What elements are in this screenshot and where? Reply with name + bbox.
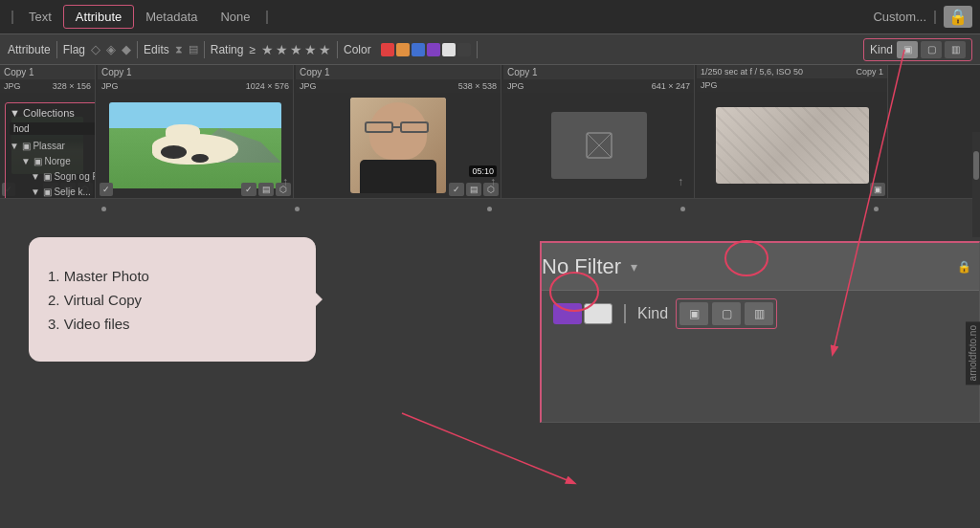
filter-sep-5 bbox=[477, 41, 478, 58]
film-cell-2-meta: JPG 1024 × 576 bbox=[98, 79, 293, 93]
film-cell-4-size: 641 × 247 bbox=[652, 81, 690, 91]
bottom-right-panel: No Filter ▾ 🔒 Kind ▣ ▢ ▥ bbox=[540, 241, 980, 423]
custom-button[interactable]: Custom... bbox=[873, 10, 926, 24]
film-cell-3-format: JPG bbox=[300, 81, 317, 91]
film-cell-2-corner[interactable]: ✓ bbox=[100, 183, 113, 196]
rating-stars: ★ ★ ★ ★ ★ bbox=[261, 42, 331, 57]
swatch-orange[interactable] bbox=[396, 43, 410, 56]
film-cell-2-icon-1[interactable]: ✓ bbox=[241, 183, 256, 196]
lock-icon[interactable]: 🔒 bbox=[944, 6, 972, 28]
film-cell-3-header: Copy 1 bbox=[296, 65, 501, 79]
scrollbar-thumb[interactable] bbox=[973, 151, 979, 180]
film-cell-5-image bbox=[716, 107, 869, 184]
film-cell-4-header: Copy 1 bbox=[503, 65, 694, 79]
film-cell-2[interactable]: Copy 1 JPG 1024 × 576 ✓ ▤ ⬡ ✓ bbox=[98, 65, 294, 198]
star-5[interactable]: ★ bbox=[319, 42, 331, 57]
dot-2 bbox=[295, 207, 300, 211]
tree-item-norge[interactable]: ▼ ▣ Norge bbox=[10, 154, 96, 169]
filter-bar: Attribute Flag ◇ ◈ ◆ Edits ⧗ ▤ Rating ≥ … bbox=[0, 34, 980, 65]
film-cell-1[interactable]: Copy 1 JPG 328 × 156 ▼ Collections + ⊗ ▼… bbox=[0, 65, 96, 198]
film-cell-4-meta: JPG 641 × 247 bbox=[503, 79, 694, 93]
rating-label: Rating bbox=[211, 43, 244, 56]
film-cell-2-body: ✓ ▤ ⬡ ✓ bbox=[98, 93, 293, 198]
star-2[interactable]: ★ bbox=[276, 42, 288, 57]
film-cell-5-info: 1/250 sec at f / 5,6, ISO 50 bbox=[701, 67, 803, 77]
swatch-purple[interactable] bbox=[427, 43, 440, 56]
kind-icon-film[interactable]: ▣ bbox=[897, 41, 918, 58]
kind-icons-bottom: ▣ ▢ ▥ bbox=[676, 298, 777, 329]
callout-item-1: 1. Master Photo bbox=[48, 268, 297, 284]
swatch-black[interactable] bbox=[457, 43, 471, 56]
film-cell-1-format: JPG bbox=[4, 81, 21, 91]
bottom-swatch-purple[interactable] bbox=[553, 303, 582, 324]
kind-label-bottom: Kind bbox=[637, 305, 668, 322]
bottom-swatch-white[interactable] bbox=[584, 303, 612, 324]
lock-gold-icon[interactable]: 🔒 bbox=[957, 260, 971, 274]
film-cell-5-meta: JPG bbox=[697, 78, 887, 92]
film-cell-3[interactable]: Copy 1 JPG 538 × 538 05:10 ✓ bbox=[296, 65, 501, 198]
star-4[interactable]: ★ bbox=[304, 42, 317, 57]
star-1[interactable]: ★ bbox=[261, 42, 274, 57]
tab-none[interactable]: None bbox=[209, 6, 261, 28]
kind-label: Kind bbox=[870, 43, 893, 56]
tree-item-sognog[interactable]: ▼ ▣ Sogn og Fj... bbox=[10, 169, 96, 185]
edits-icon[interactable]: ⧗ bbox=[175, 43, 183, 55]
film-cell-5-body: ▣ bbox=[697, 92, 887, 198]
swatch-red[interactable] bbox=[381, 43, 394, 56]
collections-title: ▼ Collections + bbox=[10, 107, 96, 119]
dot-4 bbox=[680, 207, 685, 211]
tab-attribute[interactable]: Attribute bbox=[63, 5, 134, 29]
film-cell-3-body: 05:10 ✓ ▤ ⬡ bbox=[296, 93, 501, 198]
film-cell-4-format: JPG bbox=[507, 81, 524, 91]
collections-search[interactable]: ⊗ bbox=[10, 122, 96, 135]
film-cell-3-title: Copy 1 bbox=[300, 67, 330, 77]
flag-icon-2[interactable]: ◈ bbox=[106, 42, 116, 56]
filter-sep-3 bbox=[204, 41, 205, 58]
swatch-blue[interactable] bbox=[412, 43, 425, 56]
film-cell-5-icon-1[interactable]: ▣ bbox=[870, 183, 885, 196]
film-cell-3-icon-2[interactable]: ▤ bbox=[466, 183, 481, 196]
filter-sep-4 bbox=[337, 41, 338, 58]
film-cell-5[interactable]: 1/250 sec at f / 5,6, ISO 50 Copy 1 JPG … bbox=[697, 65, 888, 198]
dot-5 bbox=[874, 207, 879, 211]
flag-icon-3[interactable]: ◆ bbox=[122, 42, 131, 56]
collections-search-input[interactable] bbox=[13, 123, 96, 134]
dot-3 bbox=[487, 207, 492, 211]
missing-image-icon bbox=[585, 131, 613, 160]
scroll-indicator-3: ↑ bbox=[490, 175, 496, 188]
tab-text[interactable]: Text bbox=[17, 6, 63, 28]
film-cell-4[interactable]: Copy 1 JPG 641 × 247 bbox=[503, 65, 695, 198]
filter-sep-1 bbox=[56, 41, 57, 58]
film-cell-2-header: Copy 1 bbox=[98, 65, 293, 79]
tab-separator-3 bbox=[934, 11, 936, 24]
kind-icon-bottom-film[interactable]: ▣ bbox=[679, 302, 708, 325]
kind-icon-video[interactable]: ▥ bbox=[945, 41, 966, 58]
no-filter-dropdown[interactable]: ▾ bbox=[631, 259, 637, 275]
tab-metadata[interactable]: Metadata bbox=[134, 6, 209, 28]
scroll-indicator-2: ↑ bbox=[282, 175, 288, 188]
edits-label: Edits bbox=[144, 43, 169, 56]
flag-icon-1[interactable]: ◇ bbox=[91, 42, 100, 56]
edits-icon-2[interactable]: ▤ bbox=[189, 43, 198, 55]
star-3[interactable]: ★ bbox=[290, 42, 302, 57]
film-cell-5-format: JPG bbox=[701, 80, 718, 90]
film-cell-1-title: Copy 1 bbox=[4, 67, 34, 77]
film-cell-3-icon-1[interactable]: ✓ bbox=[449, 183, 464, 196]
tree-item-selje[interactable]: ▼ ▣ Selje k... bbox=[10, 185, 96, 198]
kind-icon-bottom-photo[interactable]: ▢ bbox=[712, 302, 741, 325]
no-filter-bar: No Filter ▾ 🔒 bbox=[542, 243, 979, 291]
kind-icon-bottom-video[interactable]: ▥ bbox=[745, 302, 773, 325]
swatch-white[interactable] bbox=[442, 43, 456, 56]
film-cell-1-header: Copy 1 bbox=[0, 65, 95, 79]
no-filter-text: No Filter bbox=[542, 254, 621, 279]
color-swatches-bottom bbox=[553, 303, 612, 324]
collections-label: ▼ Collections bbox=[10, 107, 75, 119]
film-cell-1-body: ▼ Collections + ⊗ ▼ ▣ Plassar ▼ ▣ Norge … bbox=[0, 93, 95, 198]
kind-icon-photo[interactable]: ▢ bbox=[921, 41, 942, 58]
film-cell-2-format: JPG bbox=[101, 81, 119, 91]
tree-item-plassar[interactable]: ▼ ▣ Plassar bbox=[10, 139, 96, 154]
top-tab-bar: Text Attribute Metadata None Custom... 🔒 bbox=[0, 0, 980, 34]
film-cell-2-icon-2[interactable]: ▤ bbox=[258, 183, 274, 196]
film-cell-1-size: 328 × 156 bbox=[53, 81, 91, 91]
tab-separator-2 bbox=[266, 11, 268, 24]
